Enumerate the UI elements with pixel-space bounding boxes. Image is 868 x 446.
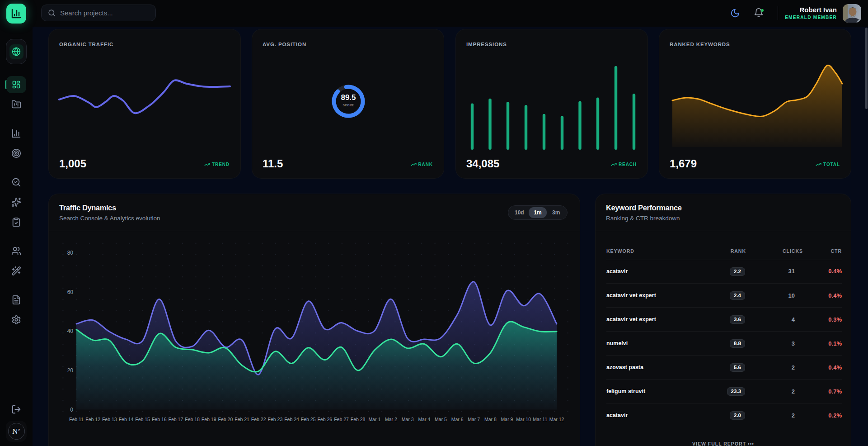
svg-text:Mar 12: Mar 12: [549, 417, 564, 422]
svg-text:Mar 6: Mar 6: [451, 417, 464, 422]
svg-text:Mar 3: Mar 3: [402, 417, 414, 422]
svg-text:Feb 12: Feb 12: [85, 417, 100, 422]
svg-text:40: 40: [67, 328, 74, 334]
svg-text:Feb 24: Feb 24: [284, 417, 299, 422]
svg-text:20: 20: [67, 367, 74, 374]
svg-text:Mar 11: Mar 11: [533, 417, 547, 422]
svg-text:Feb 14: Feb 14: [119, 417, 134, 422]
svg-text:SCORE: SCORE: [343, 104, 354, 107]
svg-text:Mar 4: Mar 4: [418, 417, 430, 422]
svg-text:89.5: 89.5: [341, 93, 356, 102]
svg-text:Mar 2: Mar 2: [385, 417, 397, 422]
svg-text:0: 0: [70, 407, 73, 413]
svg-text:80: 80: [67, 250, 74, 256]
svg-text:Mar 1: Mar 1: [368, 417, 380, 422]
svg-text:Feb 19: Feb 19: [202, 417, 216, 422]
svg-text:Mar 8: Mar 8: [484, 417, 497, 422]
svg-text:Feb 18: Feb 18: [185, 417, 200, 422]
svg-text:Feb 11: Feb 11: [69, 417, 84, 422]
svg-text:Feb 28: Feb 28: [351, 417, 366, 422]
svg-text:Mar 5: Mar 5: [435, 417, 447, 422]
svg-text:Feb 25: Feb 25: [301, 417, 316, 422]
svg-text:Feb 15: Feb 15: [135, 417, 150, 422]
svg-text:Feb 27: Feb 27: [334, 417, 349, 422]
svg-text:Mar 10: Mar 10: [516, 417, 531, 422]
svg-text:Feb 20: Feb 20: [218, 417, 233, 422]
svg-text:Feb 22: Feb 22: [251, 417, 266, 422]
svg-text:60: 60: [67, 289, 74, 295]
svg-text:Mar 7: Mar 7: [468, 417, 480, 422]
svg-text:Feb 16: Feb 16: [152, 417, 167, 422]
svg-text:Feb 21: Feb 21: [235, 417, 249, 422]
svg-text:Feb 23: Feb 23: [268, 417, 283, 422]
svg-text:Feb 17: Feb 17: [169, 417, 183, 422]
svg-text:Feb 13: Feb 13: [102, 417, 117, 422]
svg-text:Mar 9: Mar 9: [501, 417, 513, 422]
svg-text:Feb 26: Feb 26: [317, 417, 332, 422]
